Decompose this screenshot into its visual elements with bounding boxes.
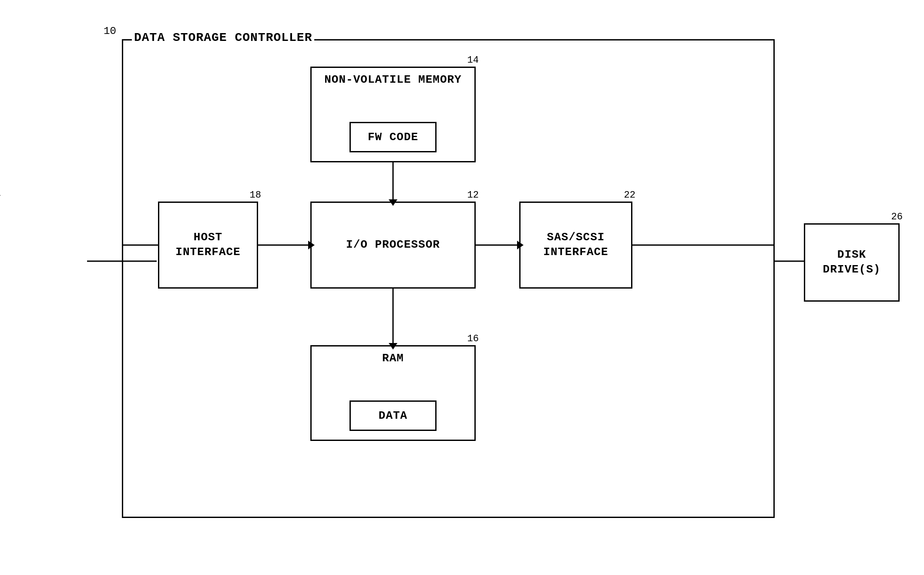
ref-22: 22 bbox=[624, 190, 635, 201]
ref-14: 14 bbox=[467, 55, 479, 66]
ref-24: 24 bbox=[0, 189, 1, 200]
diagram-container: 24 HOST 10 DATA STORAGE CONTROLLER 14 NO… bbox=[35, 17, 888, 557]
sas-scsi-box: 22 SAS/SCSI INTERFACE bbox=[519, 202, 632, 289]
disk-drive-label: DISK DRIVE(S) bbox=[805, 248, 898, 277]
ref-16: 16 bbox=[467, 333, 479, 344]
ref-10: 10 bbox=[104, 25, 116, 37]
disk-drive-box: 26 DISK DRIVE(S) bbox=[804, 223, 900, 302]
fw-code-label: FW CODE bbox=[368, 131, 418, 144]
io-processor-box: 12 I/O PROCESSOR bbox=[310, 202, 476, 289]
ram-label: RAM bbox=[382, 352, 404, 365]
io-processor-label: I/O PROCESSOR bbox=[346, 238, 440, 252]
outer-box: 10 DATA STORAGE CONTROLLER 14 NON-VOLATI… bbox=[122, 39, 775, 518]
nvm-box: 14 NON-VOLATILE MEMORY FW CODE bbox=[310, 67, 476, 162]
host-interface-box: 18 HOST INTERFACE bbox=[158, 202, 258, 289]
ref-18: 18 bbox=[250, 190, 261, 201]
ref-26: 26 bbox=[891, 212, 903, 222]
data-label: DATA bbox=[379, 409, 407, 422]
fw-code-box: FW CODE bbox=[349, 122, 437, 152]
ram-box: 16 RAM DATA bbox=[310, 345, 476, 441]
sas-scsi-label: SAS/SCSI INTERFACE bbox=[521, 230, 631, 260]
main-title: DATA STORAGE CONTROLLER bbox=[132, 31, 314, 44]
ref-12: 12 bbox=[467, 190, 479, 201]
nvm-label: NON-VOLATILE MEMORY bbox=[324, 73, 461, 86]
host-interface-label: HOST INTERFACE bbox=[159, 230, 257, 260]
data-inner-box: DATA bbox=[349, 400, 437, 431]
